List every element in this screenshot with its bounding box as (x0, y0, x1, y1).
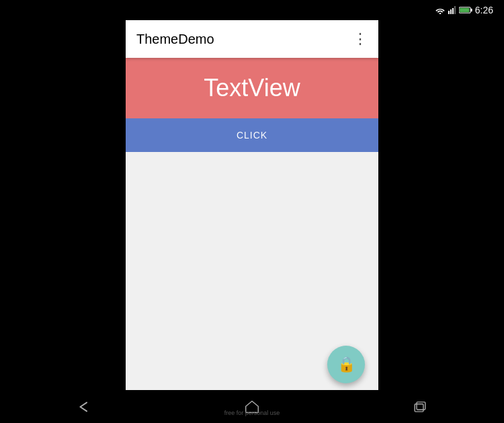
nav-recents-button[interactable] (400, 393, 440, 420)
textview-area: TextView (126, 58, 378, 118)
nav-back-button[interactable] (64, 393, 104, 420)
battery-icon (459, 6, 472, 14)
svg-rect-7 (460, 8, 469, 12)
nav-bar (0, 390, 504, 423)
click-button-label: CLICK (237, 130, 267, 141)
svg-rect-3 (452, 8, 454, 14)
status-time: 6:26 (475, 5, 493, 15)
svg-rect-4 (454, 6, 456, 14)
app-bar: ThemeDemo ⋮ (126, 20, 378, 58)
click-button[interactable]: CLICK (126, 118, 378, 152)
svg-rect-6 (470, 9, 472, 11)
wifi-icon (435, 6, 446, 14)
svg-rect-8 (415, 403, 423, 411)
svg-rect-1 (448, 11, 450, 14)
signal-icon (448, 6, 456, 14)
back-icon (76, 400, 92, 414)
svg-point-0 (439, 13, 441, 14)
watermark-text: free for personal use (224, 410, 280, 416)
menu-dots-icon[interactable]: ⋮ (353, 32, 368, 46)
svg-rect-2 (450, 9, 452, 14)
svg-rect-9 (417, 401, 425, 409)
status-icons: 6:26 (435, 5, 493, 15)
app-title: ThemeDemo (136, 32, 214, 47)
fab-icon: 🔒 (337, 356, 355, 373)
fab-button[interactable]: 🔒 (327, 346, 365, 383)
status-bar: 6:26 (0, 0, 504, 20)
main-content: 🔒 (126, 152, 378, 397)
recents-icon (413, 400, 427, 414)
phone-container: 6:26 ThemeDemo ⋮ TextView CLICK 🔒 (0, 0, 504, 423)
textview-label: TextView (204, 74, 300, 102)
phone-screen: ThemeDemo ⋮ TextView CLICK 🔒 (126, 20, 378, 397)
